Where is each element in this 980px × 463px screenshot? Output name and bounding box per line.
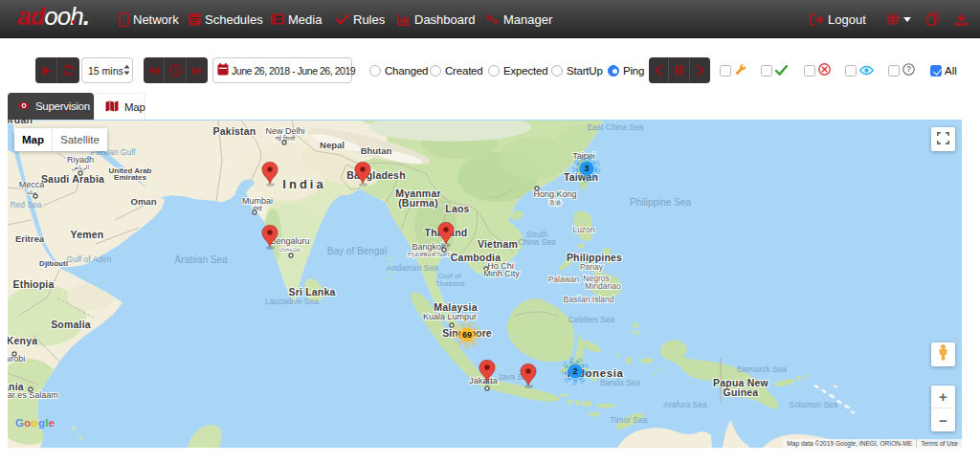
- seek-group: [144, 57, 208, 83]
- radio-circle-selected: [608, 65, 619, 77]
- zoom-out-button[interactable]: −: [931, 408, 955, 431]
- region-label: Palawan: [548, 275, 580, 284]
- chevron-right-icon[interactable]: [690, 57, 710, 83]
- country-label: Saudi Arabia: [41, 173, 104, 185]
- checkbox: [888, 65, 900, 77]
- google-logo[interactable]: Google: [15, 417, 55, 429]
- brand-logo[interactable]: adooh.: [17, 2, 89, 32]
- chevron-left-icon[interactable]: [649, 57, 669, 83]
- country-label: Bhutan: [361, 145, 392, 156]
- city-dot: [282, 141, 286, 144]
- copy-icon: [926, 12, 939, 26]
- sea-label: China Sea: [518, 237, 556, 247]
- tab-supervision[interactable]: Supervision: [8, 93, 94, 120]
- nav-item-label: Media: [288, 12, 322, 27]
- check-icon: [775, 62, 788, 79]
- city-native-label: ಬೆಂಗಳೂರು: [278, 246, 301, 253]
- radio-created[interactable]: Created: [430, 57, 483, 83]
- city-dot: [289, 254, 293, 257]
- refresh-button[interactable]: [57, 57, 79, 83]
- logout-button[interactable]: Logout: [810, 0, 866, 38]
- sea-label: Arabian Sea: [174, 254, 227, 265]
- nav-item-media[interactable]: Media: [271, 0, 322, 38]
- city-dot: [535, 187, 539, 190]
- mobile-icon: [119, 12, 129, 27]
- date-range-value: June 26, 2018 - June 26, 2019: [232, 65, 355, 77]
- checkbox-checked: [930, 65, 942, 77]
- map-attribution: Map data ©2019 Google, INEGI, ORION-ME T…: [783, 439, 962, 448]
- city-dot: [253, 210, 256, 214]
- filter-maintenance[interactable]: [720, 57, 746, 83]
- stepper-icon: [123, 64, 130, 77]
- checkbox: [720, 65, 731, 77]
- sea-label: Solomon Sea: [789, 400, 837, 409]
- date-range-input[interactable]: June 26, 2018 - June 26, 2019: [212, 57, 352, 83]
- filter-unknown[interactable]: ?: [888, 57, 915, 83]
- nav-item-dashboard[interactable]: Dashboard: [397, 0, 476, 38]
- filter-all[interactable]: All: [930, 57, 957, 83]
- nav-item-network[interactable]: Network: [119, 0, 179, 38]
- fullscreen-button[interactable]: [931, 127, 955, 151]
- logo-period: .: [83, 2, 89, 31]
- gears-icon: [485, 13, 500, 26]
- filter-ok[interactable]: [761, 57, 788, 83]
- google-logo-letter: o: [24, 417, 31, 429]
- country-label: Eritrea: [15, 233, 45, 244]
- map-type-control: Map Satellite: [14, 128, 107, 151]
- country-label: Yemen: [71, 229, 104, 240]
- zoom-in-button[interactable]: +: [931, 386, 955, 408]
- sea-label: Timor Sea: [611, 415, 648, 425]
- filter-error[interactable]: [804, 57, 831, 83]
- language-menu[interactable]: [886, 0, 911, 38]
- radio-ping[interactable]: Ping: [608, 57, 644, 83]
- nav-item-rules[interactable]: Rules: [336, 0, 385, 38]
- all-filter-label: All: [945, 65, 957, 77]
- country-label: Ethiopia: [12, 278, 54, 290]
- pause-icon[interactable]: [669, 57, 690, 83]
- tab-label: Map: [124, 101, 145, 113]
- city-native-label: 香港: [549, 199, 562, 207]
- google-logo-letter: o: [32, 417, 38, 429]
- copy-button[interactable]: [926, 0, 939, 38]
- logo-ooh: ooh: [44, 2, 82, 31]
- filter-toolbar: 15 mins June 26, 2018 - June 26, 2019 Ch…: [0, 38, 980, 93]
- radio-expected[interactable]: Expected: [488, 57, 547, 83]
- filter-watch[interactable]: [845, 57, 874, 83]
- logo-ad: ad: [17, 2, 44, 31]
- radio-startup[interactable]: StartUp: [551, 57, 603, 83]
- tab-map[interactable]: Map: [94, 93, 145, 120]
- map-canvas[interactable]: Jordan Pakistan Nepal Bhutan India Bangl…: [8, 120, 962, 448]
- calendar-icon: [217, 63, 229, 77]
- attribution-text: Map data ©2019 Google, INEGI, ORION-ME: [783, 439, 916, 448]
- interval-value: 15 mins: [88, 65, 123, 77]
- country-label: (Burma): [398, 197, 438, 209]
- country-label: Djibouti: [39, 259, 68, 268]
- country-label: Pakistan: [213, 125, 256, 137]
- fast-forward-icon[interactable]: [187, 57, 208, 83]
- fast-backward-icon[interactable]: [144, 57, 165, 83]
- map-type-map-button[interactable]: Map: [14, 128, 52, 151]
- country-label: Somalia: [51, 319, 91, 330]
- nav-item-schedules[interactable]: Schedules: [189, 0, 263, 38]
- pegman-icon: [938, 344, 948, 364]
- country-label: Jordan: [8, 120, 33, 125]
- radio-circle: [430, 65, 441, 77]
- region-label: Panay: [580, 262, 604, 272]
- circle-cross-icon: [818, 62, 831, 79]
- clock-icon[interactable]: [165, 57, 187, 83]
- radio-changed[interactable]: Changed: [369, 57, 428, 83]
- region-label: Mindanao: [585, 281, 621, 291]
- map-type-satellite-button[interactable]: Satellite: [52, 128, 107, 151]
- pegman-control[interactable]: [931, 342, 955, 366]
- film-icon: [271, 13, 284, 25]
- nav-item-manager[interactable]: Manager: [485, 0, 552, 38]
- pin-shadow: [524, 385, 533, 388]
- download-button[interactable]: [955, 0, 968, 38]
- interval-select[interactable]: 15 mins: [81, 57, 133, 83]
- play-button[interactable]: [35, 57, 57, 83]
- sea-label: Bismarck Sea: [737, 364, 788, 374]
- terms-of-use-link[interactable]: Terms of Use: [916, 439, 962, 448]
- region-label: Luzon: [572, 225, 594, 234]
- pin-dot: [267, 166, 272, 171]
- page-group: [649, 57, 710, 83]
